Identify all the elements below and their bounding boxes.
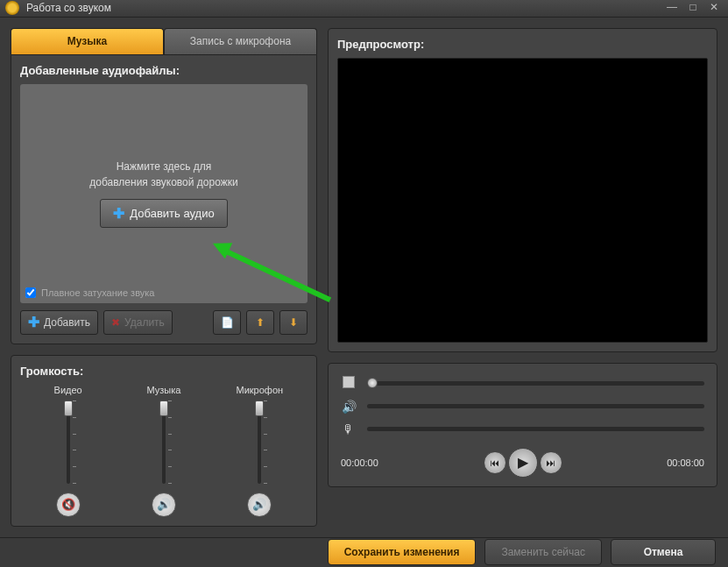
mic-track-slider[interactable] [367,427,704,431]
video-track-slider[interactable] [367,381,704,386]
current-time: 00:00:00 [341,457,378,468]
tabs: Музыка Запись с микрофона [11,28,317,54]
minimize-icon[interactable]: — [663,1,681,15]
volume-mic-col: Микрофон 🔊 [220,385,299,517]
skip-back-icon: ⏮ [490,457,499,468]
microphone-icon: 🎙 [341,422,357,436]
tracks-panel: 🔊 🎙 00:00:00 ⏮ ▶ ⏭ 00:08:00 [328,363,717,487]
bottom-bar: Сохранить изменения Заменить сейчас Отме… [0,537,728,567]
close-icon[interactable]: ✕ [705,1,723,15]
preview-panel: Предпросмотр: [328,28,717,352]
fade-checkbox-row[interactable]: Плавное затухание звука [25,287,154,298]
speaker-icon: 🔊 [341,400,357,414]
app-icon [5,1,19,15]
cancel-button[interactable]: Отмена [611,539,716,565]
tab-microphone[interactable]: Запись с микрофона [164,28,317,54]
add-file-label: Добавить [44,316,90,329]
edit-file-button[interactable]: 📄 [213,310,241,335]
hint-line-2: добавления звуковой дорожки [89,176,237,188]
save-button[interactable]: Сохранить изменения [328,539,477,565]
fade-label: Плавное затухание звука [41,287,154,298]
window-title: Работа со звуком [26,2,660,14]
x-icon: ✖ [111,316,120,329]
delete-file-label: Удалить [124,316,165,329]
audio-track-row: 🔊 [341,395,704,418]
added-files-panel: Добавленные аудиофайлы: Нажмите здесь дл… [11,54,317,344]
prev-button[interactable]: ⏮ [484,451,506,474]
maximize-icon[interactable]: □ [684,1,702,15]
video-preview [337,58,708,343]
mute-video-button[interactable]: 🔇 [56,493,81,517]
audio-track-slider[interactable] [367,404,704,408]
titlebar: Работа со звуком — □ ✕ [0,0,728,18]
edit-icon: 📄 [221,316,234,329]
volume-video-col: Видео 🔇 [29,385,108,517]
arrow-down-icon: ⬇ [289,316,298,329]
volume-music-col: Музыка 🔊 [124,385,203,517]
volume-mic-slider[interactable] [246,400,272,484]
volume-video-slider[interactable] [55,400,81,484]
play-button[interactable]: ▶ [508,448,538,478]
add-audio-button[interactable]: ✚ Добавить аудио [100,199,227,228]
mute-music-button[interactable]: 🔊 [152,493,176,517]
file-toolbar: ✚ Добавить ✖ Удалить 📄 ⬆ ⬇ [20,310,307,335]
mute-mic-button[interactable]: 🔊 [247,493,272,517]
volume-mic-label: Микрофон [237,385,284,395]
time-row: 00:00:00 ⏮ ▶ ⏭ 00:08:00 [341,448,704,478]
film-icon [341,376,357,391]
arrow-up-icon: ⬆ [256,316,265,329]
add-audio-label: Добавить аудио [130,207,214,220]
next-button[interactable]: ⏭ [540,451,562,474]
volume-music-slider[interactable] [151,400,177,484]
skip-forward-icon: ⏭ [546,457,555,468]
fade-checkbox[interactable] [25,287,36,298]
move-up-button[interactable]: ⬆ [246,310,274,335]
move-down-button[interactable]: ⬇ [279,310,307,335]
added-files-title: Добавленные аудиофайлы: [20,64,307,77]
volume-video-label: Видео [54,385,82,395]
content-area: Музыка Запись с микрофона Добавленные ау… [0,18,728,537]
video-track-row [341,372,704,395]
speaker-icon: 🔊 [157,498,171,511]
plus-icon: ✚ [28,314,39,330]
mic-track-row: 🎙 [341,418,704,441]
right-column: Предпросмотр: 🔊 🎙 00:00:00 [328,28,717,527]
preview-title: Предпросмотр: [337,38,708,51]
total-time: 00:08:00 [667,457,704,468]
left-column: Музыка Запись с микрофона Добавленные ау… [11,28,317,527]
delete-file-button[interactable]: ✖ Удалить [103,310,173,335]
sound-editor-window: Работа со звуком — □ ✕ Музыка Запись с м… [0,0,728,567]
replace-now-button[interactable]: Заменить сейчас [484,539,602,565]
add-file-button[interactable]: ✚ Добавить [20,310,98,335]
volume-columns: Видео 🔇 Музыка 🔊 [20,385,307,517]
play-icon: ▶ [518,454,528,471]
playback-controls: ⏮ ▶ ⏭ [484,448,562,478]
plus-icon: ✚ [113,205,124,222]
tab-music[interactable]: Музыка [11,28,164,54]
speaker-icon: 🔊 [252,498,266,511]
hint-line-1: Нажмите здесь для [117,160,212,173]
volume-title: Громкость: [20,365,307,378]
speaker-muted-icon: 🔇 [61,498,75,511]
audio-dropzone[interactable]: Нажмите здесь для добавления звуковой до… [20,84,307,303]
volume-panel: Громкость: Видео 🔇 Музыка [11,355,317,527]
volume-music-label: Музыка [147,385,181,395]
dropzone-hint: Нажмите здесь для добавления звуковой до… [89,159,237,190]
